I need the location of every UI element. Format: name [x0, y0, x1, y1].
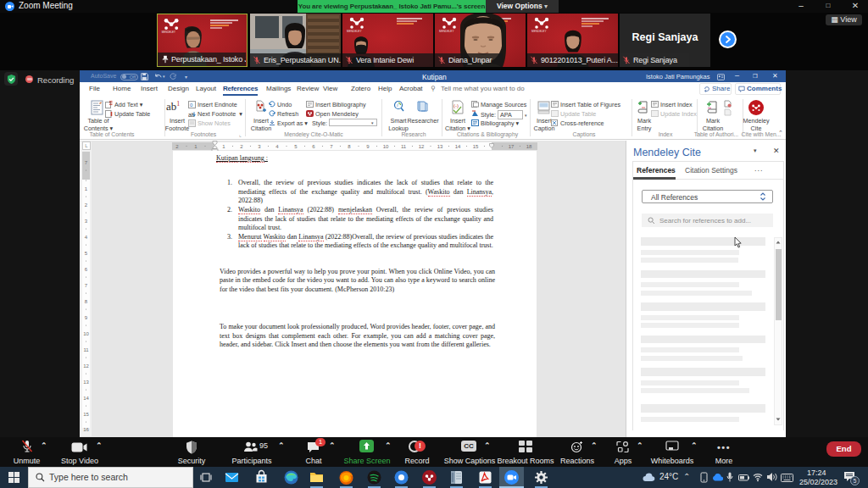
svg-text:6: 6	[85, 267, 88, 272]
svg-text:11: 11	[83, 347, 89, 352]
svg-text:8: 8	[348, 144, 351, 149]
svg-text:16: 16	[83, 427, 89, 432]
svg-text:3: 3	[85, 219, 88, 224]
svg-text:15: 15	[473, 144, 479, 149]
svg-text:8: 8	[85, 299, 88, 304]
svg-text:10: 10	[83, 331, 89, 336]
svg-text:9: 9	[85, 315, 88, 320]
svg-text:18: 18	[526, 144, 532, 149]
svg-text:3: 3	[258, 144, 261, 149]
svg-text:5: 5	[294, 144, 298, 149]
svg-text:14: 14	[455, 144, 461, 149]
svg-text:1: 1	[194, 144, 198, 149]
svg-text:4: 4	[85, 235, 88, 240]
svg-text:2: 2	[240, 144, 243, 149]
svg-text:2: 2	[175, 144, 179, 149]
svg-text:(-): (-)	[453, 103, 459, 108]
svg-text:17: 17	[509, 144, 515, 149]
svg-text:7: 7	[330, 144, 333, 149]
svg-text:MENDELEY: MENDELEY	[531, 30, 547, 33]
svg-text:9: 9	[366, 144, 370, 149]
svg-text:4: 4	[275, 144, 279, 149]
svg-text:i: i	[397, 103, 398, 108]
svg-text:1: 1	[222, 144, 225, 149]
svg-text:1: 1	[85, 186, 88, 191]
svg-text:12: 12	[83, 363, 89, 369]
svg-text:15: 15	[83, 412, 89, 417]
svg-text:2: 2	[85, 202, 88, 208]
svg-text:12: 12	[419, 144, 425, 149]
svg-text:11: 11	[401, 144, 407, 149]
svg-text:10: 10	[383, 144, 389, 149]
svg-text:13: 13	[83, 380, 89, 385]
svg-text:13: 13	[437, 144, 443, 149]
svg-text:6: 6	[312, 144, 315, 149]
svg-text:MENDELEY: MENDELEY	[347, 30, 362, 33]
svg-text:7: 7	[85, 283, 88, 288]
svg-text:14: 14	[83, 396, 89, 401]
svg-text:7: 7	[85, 160, 88, 165]
svg-text:5: 5	[85, 251, 88, 256]
svg-text:MENDELEY: MENDELEY	[439, 30, 454, 33]
